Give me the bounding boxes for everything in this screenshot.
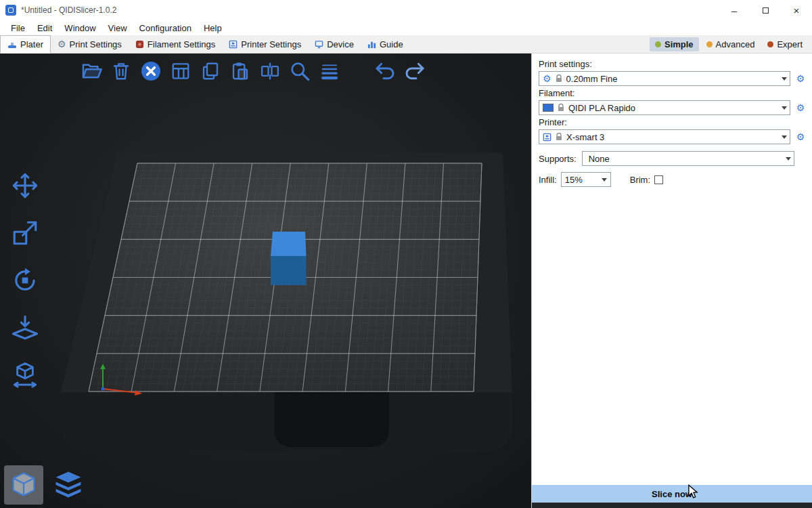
menu-file[interactable]: File <box>5 23 31 33</box>
tab-device[interactable]: Device <box>308 35 361 53</box>
undo-button[interactable] <box>374 60 397 83</box>
mode-expert[interactable]: Expert <box>762 37 808 51</box>
printer-icon <box>543 133 551 142</box>
filament-combo[interactable]: QIDI PLA Rapido <box>539 100 790 115</box>
viewport-3d[interactable] <box>0 54 531 508</box>
search-button[interactable] <box>288 60 311 83</box>
app-window: *Untitled - QIDISlicer-1.0.2 – × File Ed… <box>0 0 812 508</box>
place-on-face-icon <box>11 314 39 342</box>
chevron-down-icon <box>782 152 794 165</box>
brim-label: Brim: <box>630 175 650 185</box>
menu-configuration[interactable]: Configuration <box>133 23 198 33</box>
move-button[interactable] <box>9 170 41 201</box>
chevron-down-icon <box>778 101 790 114</box>
editor-view-button[interactable] <box>4 465 43 505</box>
infill-label: Infill: <box>539 175 557 185</box>
tab-guide-label: Guide <box>380 39 403 49</box>
printer-label: Printer: <box>539 117 807 127</box>
mode-simple[interactable]: Simple <box>650 37 699 51</box>
place-on-face-button[interactable] <box>9 312 41 343</box>
redo-icon <box>404 60 426 82</box>
tab-filament-settings-label: Filament Settings <box>148 39 215 49</box>
tab-filament-settings[interactable]: Filament Settings <box>129 35 222 53</box>
tab-plater[interactable]: Plater <box>0 35 51 54</box>
preview-layers-icon <box>53 469 84 501</box>
close-button[interactable]: × <box>781 0 812 20</box>
supports-value: None <box>586 154 610 164</box>
open-icon <box>81 60 102 82</box>
brim-checkbox[interactable] <box>654 175 663 184</box>
titlebar: *Untitled - QIDISlicer-1.0.2 – × <box>0 0 812 20</box>
mode-advanced[interactable]: Advanced <box>701 37 761 51</box>
supports-label: Supports: <box>539 154 577 164</box>
tab-print-settings[interactable]: ⚙ Print Settings <box>51 35 129 53</box>
print-settings-edit-button[interactable]: ⚙ <box>794 74 807 83</box>
scale-button[interactable] <box>9 217 41 249</box>
paste-button[interactable] <box>229 60 252 83</box>
tab-print-settings-label: Print Settings <box>70 39 122 49</box>
arrange-icon <box>171 61 191 81</box>
view-mode-buttons <box>4 465 88 505</box>
menu-window[interactable]: Window <box>58 23 102 33</box>
guide-bars-icon <box>367 40 376 49</box>
expert-mode-dot-icon <box>767 41 773 47</box>
supports-combo[interactable]: None <box>582 151 794 166</box>
slice-now-button[interactable]: Slice now <box>532 485 812 503</box>
delete-all-button[interactable] <box>139 60 162 83</box>
move-icon <box>11 171 39 200</box>
filament-spool-icon <box>135 40 144 49</box>
chevron-down-icon <box>599 173 610 186</box>
split-button[interactable] <box>258 60 281 83</box>
menu-view[interactable]: View <box>102 23 133 33</box>
bottom-strip <box>532 503 812 508</box>
print-profile-gear-icon: ⚙ <box>543 74 551 83</box>
advanced-mode-dot-icon <box>706 41 713 47</box>
mode-switcher: Simple Advanced Expert <box>650 35 812 53</box>
delete-icon <box>111 61 131 81</box>
layer-height-button[interactable] <box>318 60 341 83</box>
print-settings-value: 0.20mm Fine <box>566 74 618 84</box>
device-monitor-icon <box>315 40 323 49</box>
preview-view-button[interactable] <box>49 465 88 505</box>
filament-color-swatch <box>543 104 554 112</box>
maximize-button[interactable] <box>750 0 781 20</box>
copy-button[interactable] <box>199 60 222 83</box>
chevron-down-icon <box>778 72 790 85</box>
filament-value: QIDI PLA Rapido <box>568 103 635 113</box>
chevron-down-icon <box>778 130 790 144</box>
delete-all-icon <box>140 60 162 82</box>
print-settings-gear-icon: ⚙ <box>58 39 66 49</box>
editor-3d-cube-icon <box>9 470 39 500</box>
tabbar: Plater ⚙ Print Settings Filament Setting… <box>0 35 812 54</box>
top-toolbar <box>80 60 426 83</box>
printer-edit-button[interactable]: ⚙ <box>794 132 807 142</box>
settings-sidebar: Print settings: ⚙ 0.20mm Fine ⚙ Filament… <box>531 54 812 508</box>
lock-icon <box>556 75 562 83</box>
filament-edit-button[interactable]: ⚙ <box>794 103 807 112</box>
minimize-button[interactable]: – <box>719 0 750 20</box>
open-button[interactable] <box>80 60 103 83</box>
lock-icon <box>558 104 564 112</box>
print-settings-combo[interactable]: ⚙ 0.20mm Fine <box>539 71 790 86</box>
infill-combo[interactable]: 15% <box>561 172 611 187</box>
split-icon <box>260 61 280 81</box>
rotate-icon <box>11 266 39 295</box>
tab-guide[interactable]: Guide <box>361 35 410 53</box>
delete-button[interactable] <box>110 60 133 83</box>
tab-printer-settings[interactable]: Printer Settings <box>222 35 308 53</box>
arrange-button[interactable] <box>169 60 192 83</box>
infill-value: 15% <box>565 175 583 185</box>
menu-help[interactable]: Help <box>198 23 228 33</box>
measure-button[interactable] <box>9 360 41 391</box>
paste-icon <box>230 61 250 81</box>
rotate-button[interactable] <box>9 265 41 296</box>
measure-icon <box>11 361 39 389</box>
printer-value: X-smart 3 <box>566 132 604 142</box>
printer-combo[interactable]: X-smart 3 <box>539 129 790 144</box>
undo-icon <box>374 60 396 82</box>
scene-3d[interactable] <box>0 54 531 508</box>
redo-button[interactable] <box>403 60 426 83</box>
filament-label: Filament: <box>539 88 807 98</box>
menu-edit[interactable]: Edit <box>31 23 58 33</box>
layer-height-icon <box>319 61 340 81</box>
